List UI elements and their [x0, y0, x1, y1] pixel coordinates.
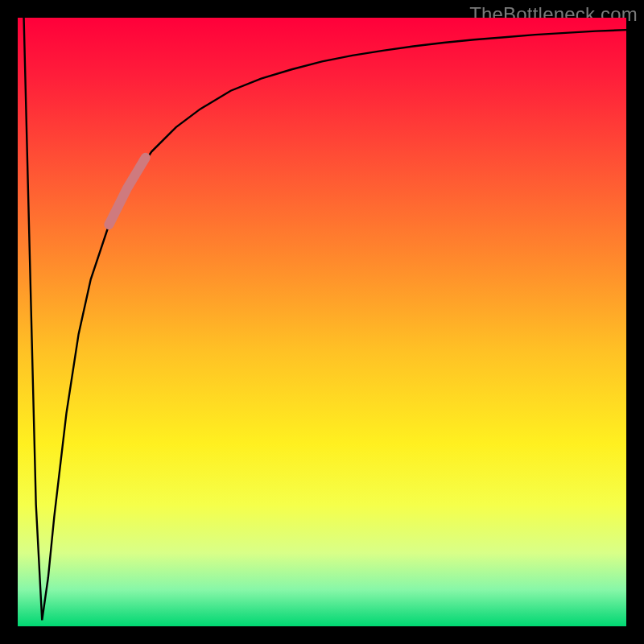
plot-area — [18, 18, 626, 626]
curve-svg — [18, 18, 626, 626]
chart-container: TheBottleneck.com — [0, 0, 644, 644]
highlight-segment — [109, 158, 145, 225]
bottleneck-curve — [24, 18, 626, 620]
